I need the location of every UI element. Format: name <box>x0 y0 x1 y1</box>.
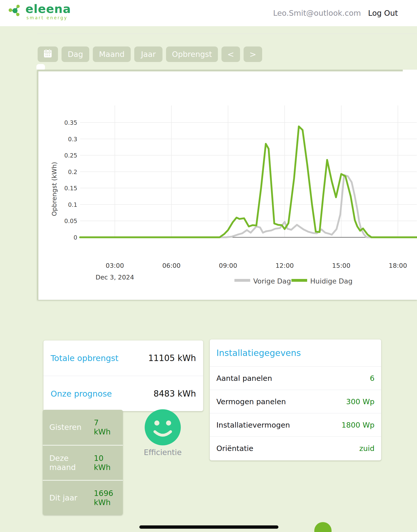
yield-line-chart[interactable]: 00.050.10.150.20.250.30.3503:0006:0009:0… <box>37 70 417 300</box>
y-tick-label: 0.35 <box>64 119 77 126</box>
this-month-row: Deze maand 10kWh <box>43 445 123 480</box>
day-button[interactable]: Dag <box>62 46 89 62</box>
x-axis-date-label: Dec 3, 2024 <box>96 274 134 281</box>
installation-card: Installatiegegevens Aantal panelen 6 Ver… <box>210 339 381 461</box>
month-button[interactable]: Maand <box>93 46 131 62</box>
yesterday-value: 7kWh <box>94 418 111 436</box>
panel-power-label: Vermogen panelen <box>216 397 286 406</box>
y-axis-title: Opbrengst (kWh) <box>51 162 58 216</box>
efficiency-label: Efficientie <box>137 448 188 457</box>
panel-power-row: Vermogen panelen 300 Wp <box>210 390 381 413</box>
series-line-0 <box>80 175 417 237</box>
header: eleena smart energy Leo.Smit@outlook.com… <box>0 0 417 26</box>
logout-button[interactable]: Log Out <box>368 9 398 18</box>
forecast-label: Onze prognose <box>51 389 112 399</box>
content-divider <box>37 34 417 34</box>
x-tick-label: 18:00 <box>389 262 407 269</box>
y-tick-label: 0 <box>73 234 77 241</box>
total-yield-label: Totale opbrengst <box>51 353 118 363</box>
this-month-value: 10kWh <box>94 454 111 472</box>
next-button[interactable]: > <box>244 46 262 62</box>
y-tick-label: 0.25 <box>64 152 77 159</box>
installation-power-row: Installatievermogen 1800 Wp <box>210 413 381 436</box>
panel-power-value: 300 Wp <box>346 397 375 406</box>
y-tick-label: 0.15 <box>64 185 77 192</box>
y-tick-label: 0.2 <box>68 169 77 175</box>
brand-tagline: smart energy <box>25 15 71 20</box>
orientation-row: Oriëntatie zuid <box>210 436 381 460</box>
efficiency-widget: Efficientie <box>137 409 188 457</box>
user-email: Leo.Smit@outlook.com <box>273 9 361 18</box>
this-year-row: Dit jaar 1696kWh <box>43 480 123 515</box>
molecule-logo-icon <box>8 3 22 19</box>
y-tick-label: 0.3 <box>68 136 77 143</box>
x-tick-label: 09:00 <box>219 262 237 269</box>
x-tick-label: 15:00 <box>332 262 350 269</box>
chart-toolbar: Dag Maand Jaar Opbrengst < > <box>38 46 262 62</box>
calendar-icon <box>43 49 52 60</box>
this-year-label: Dit jaar <box>49 493 94 503</box>
dashboard-page: eleena smart energy Leo.Smit@outlook.com… <box>0 0 417 532</box>
installation-power-value: 1800 Wp <box>341 421 375 429</box>
legend-label-1[interactable]: Huidige Dag <box>310 277 352 285</box>
calendar-button[interactable] <box>38 46 58 62</box>
brand-logo: eleena smart energy <box>8 3 71 20</box>
period-stats-card: Gisteren 7kWh Deze maand 10kWh Dit jaar … <box>43 410 123 515</box>
this-year-value: 1696kWh <box>94 489 113 507</box>
installation-title: Installatiegegevens <box>210 339 381 367</box>
panel-count-label: Aantal panelen <box>216 374 272 383</box>
summary-card: Totale opbrengst 11105 kWh Onze prognose… <box>43 340 203 411</box>
prev-button[interactable]: < <box>221 46 240 62</box>
forecast-row: Onze prognose 8483 kWh <box>43 376 203 411</box>
chart-card: 00.050.10.150.20.250.30.3503:0006:0009:0… <box>37 70 417 300</box>
x-tick-label: 03:00 <box>106 262 124 269</box>
orientation-value: zuid <box>359 444 375 453</box>
floating-action-circle[interactable] <box>314 522 332 532</box>
legend-label-0[interactable]: Vorige Dag <box>253 277 291 285</box>
y-tick-label: 0.1 <box>68 201 77 208</box>
x-tick-label: 12:00 <box>275 262 294 269</box>
legend-swatch-1[interactable] <box>291 279 307 282</box>
total-yield-value: 11105 kWh <box>148 353 196 363</box>
yield-button[interactable]: Opbrengst <box>166 46 218 62</box>
total-yield-row: Totale opbrengst 11105 kWh <box>43 340 203 376</box>
home-indicator[interactable] <box>139 525 278 529</box>
year-button[interactable]: Jaar <box>134 46 162 62</box>
brand-name: eleena <box>25 3 71 15</box>
panel-count-row: Aantal panelen 6 <box>210 367 381 390</box>
smiley-happy-icon <box>145 409 181 445</box>
yesterday-row: Gisteren 7kWh <box>43 410 123 445</box>
forecast-value: 8483 kWh <box>154 389 196 399</box>
x-tick-label: 06:00 <box>162 262 181 269</box>
y-tick-label: 0.05 <box>64 218 77 224</box>
legend-swatch-0[interactable] <box>234 279 250 282</box>
yesterday-label: Gisteren <box>49 423 94 432</box>
installation-power-label: Installatievermogen <box>216 421 290 429</box>
orientation-label: Oriëntatie <box>216 444 253 453</box>
panel-count-value: 6 <box>370 374 375 383</box>
this-month-label: Deze maand <box>49 454 94 472</box>
